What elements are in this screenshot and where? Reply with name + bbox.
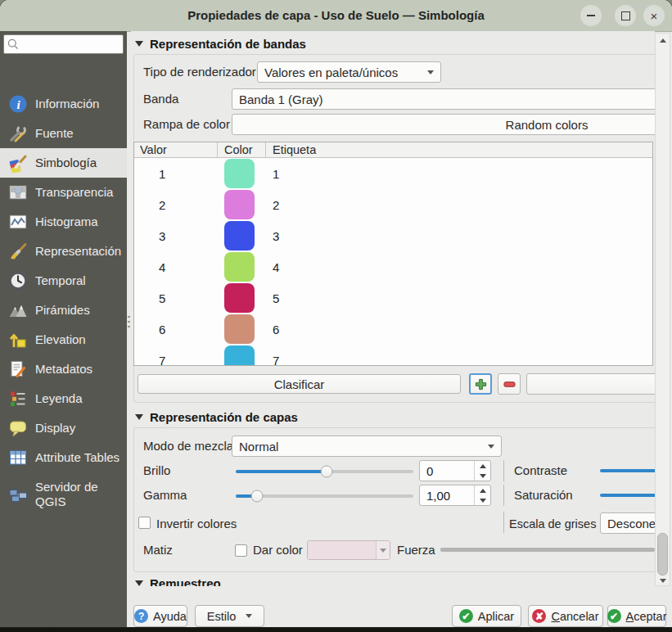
renderer-type-select[interactable]: Valores en paleta/únicos [257,61,441,83]
cell-label: 4 [266,260,652,274]
classify-button[interactable]: Clasificar [138,374,461,394]
invert-colors-label: Invertir colores [156,517,237,530]
colorize-checkbox[interactable] [235,544,247,557]
sidebar-item-representacion[interactable]: Representación [0,237,127,266]
chevron-down-icon [488,445,494,449]
spin-down-icon[interactable] [475,495,490,505]
table-row[interactable]: 5 5 [134,282,652,314]
ok-label: Aceptar [626,610,667,623]
resampling-section-header[interactable]: Remuestreo [135,576,221,586]
spin-arrows [474,461,490,481]
slider-handle[interactable] [251,490,264,503]
slider-fill [236,470,327,473]
colorize-color-button[interactable] [307,540,390,560]
blend-mode-select[interactable]: Normal [232,436,502,457]
contrast-slider[interactable] [600,469,655,472]
color-ramp-value: Random colors [239,118,655,132]
transparency-icon [7,183,28,203]
sidebar-item-servidor-qgis[interactable]: Servidor de QGIS [0,472,127,517]
color-swatch[interactable] [224,221,255,251]
invert-colors-checkbox[interactable] [138,517,151,529]
table-row[interactable]: 7 7 [134,345,652,366]
table-header-row: Valor Color Etiqueta [134,142,652,158]
cell-label: 3 [266,229,652,243]
divider [503,485,504,506]
spin-up-icon[interactable] [475,461,490,471]
grayscale-select[interactable]: Desconec [600,512,655,534]
table-row[interactable]: 6 6 [134,314,652,345]
cell-value: 5 [134,291,218,305]
color-swatch[interactable] [224,159,255,188]
band-rendering-section-header[interactable]: Representación de bandas [135,36,306,51]
sidebar-item-informacion[interactable]: i Información [0,89,127,119]
sidebar-item-fuente[interactable]: Fuente [0,119,127,148]
clock-icon [7,271,28,291]
classification-table[interactable]: Valor Color Etiqueta 1 1 2 2 3 3 4 [133,142,653,366]
apply-button[interactable]: ✔ Aplicar [452,605,521,627]
maximize-icon [621,11,630,20]
table-row[interactable]: 4 4 [134,251,652,282]
spin-up-icon[interactable] [475,485,490,495]
column-header-color: Color [218,142,266,157]
legend-icon [7,389,28,409]
add-entry-button[interactable] [469,373,492,395]
layer-rendering-section-header[interactable]: Representación de capas [135,409,298,424]
chevron-down-icon [246,614,252,618]
table-row[interactable]: 1 1 [134,158,652,189]
gamma-value: 1,00 [420,485,474,505]
help-button[interactable]: ? Ayuda [133,605,187,627]
sidebar-item-temporal[interactable]: Temporal [0,266,127,296]
sidebar-item-metadatos[interactable]: Metadatos [0,354,127,384]
chevron-down-icon[interactable] [376,541,390,559]
vertical-scrollbar[interactable] [655,33,670,586]
remove-entry-button[interactable] [498,373,521,395]
scroll-down-icon[interactable] [656,576,670,585]
collapse-triangle-icon [135,580,143,586]
sidebar-item-transparencia[interactable]: Transparencia [0,178,127,207]
vertical-scrollbar-thumb[interactable] [657,533,668,576]
minimize-button[interactable] [580,5,602,26]
cell-value: 7 [134,354,218,367]
color-swatch[interactable] [224,190,255,219]
sidebar-item-leyenda[interactable]: Leyenda [0,384,127,413]
saturation-slider[interactable] [600,494,655,497]
color-swatch[interactable] [224,252,255,282]
brightness-slider[interactable] [236,465,413,477]
gamma-spinbox[interactable]: 1,00 [419,485,491,506]
ok-button[interactable]: ✔ Aceptar [607,605,666,627]
band-label: Banda [143,93,178,106]
strength-slider[interactable] [440,548,655,552]
minimize-icon [587,15,595,16]
style-button[interactable]: Estilo [195,605,264,627]
sidebar-item-display[interactable]: Display [0,413,127,443]
cell-value: 1 [134,167,218,181]
info-icon: i [7,94,28,115]
sidebar-item-attribute-tables[interactable]: Attribute Tables [0,443,127,472]
sidebar-splitter-handle[interactable] [128,316,130,331]
color-swatch[interactable] [224,345,255,366]
spin-down-icon[interactable] [475,471,490,481]
color-ramp-button[interactable]: Random colors [232,114,655,135]
saturation-label: Saturación [514,489,573,502]
scroll-up-icon[interactable] [656,35,670,45]
color-swatch[interactable] [224,283,255,313]
sidebar-item-simbologia[interactable]: Simbología [0,148,127,178]
sidebar-item-histograma[interactable]: Histograma [0,207,127,237]
sidebar-item-piramides[interactable]: Pirámides [0,296,127,325]
color-swatch[interactable] [224,314,255,344]
brightness-spinbox[interactable]: 0 [419,460,491,481]
band-select[interactable]: Banda 1 (Gray) [232,88,655,110]
gamma-slider[interactable] [236,490,413,502]
cancel-label: Cancelar [551,610,598,623]
cancel-button[interactable]: ✘ Cancelar [528,605,603,627]
extra-tool-button[interactable] [526,373,655,395]
maximize-button[interactable] [615,5,636,26]
slider-handle[interactable] [320,466,332,478]
titlebar[interactable]: Propiedades de capa - Uso de Suelo — Sim… [0,0,672,32]
search-input[interactable] [3,34,124,54]
sidebar-item-elevation[interactable]: Elevation [0,325,127,354]
close-button[interactable]: × [643,5,665,26]
table-row[interactable]: 3 3 [134,220,652,251]
table-row[interactable]: 2 2 [134,189,652,220]
strength-label: Fuerza [397,544,435,557]
